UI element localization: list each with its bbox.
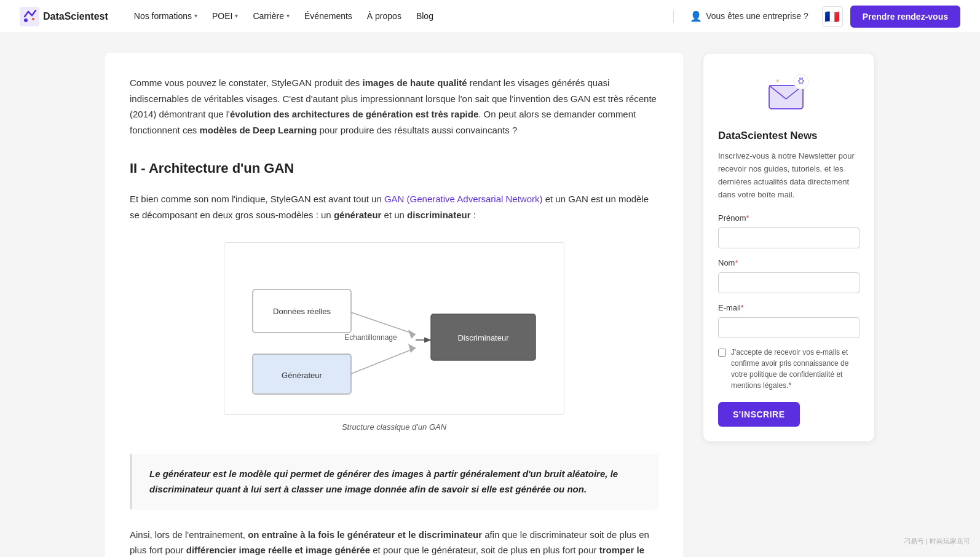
email-input[interactable]: [718, 317, 859, 338]
body-paragraph-2: Ainsi, lors de l'entrainement, on entraî…: [130, 527, 658, 557]
gan-link[interactable]: GAN (Generative Adversarial Network): [384, 194, 543, 204]
watermark: 刁易号 | 时尚玩家岳可: [904, 536, 970, 547]
section-heading: II - Architecture d'un GAN: [130, 157, 658, 179]
gan-diagram-container: Données réelles Générateur Discriminateu…: [130, 242, 658, 434]
enterprise-icon: 👤: [690, 9, 702, 25]
svg-text:Données réelles: Données réelles: [273, 307, 331, 316]
navbar: DataScientest Nos formations ▾ POEI ▾ Ca…: [0, 0, 980, 33]
body1-bold-discriminateur: discriminateur: [407, 210, 470, 220]
prenom-required: *: [746, 213, 749, 223]
nav-item-apropos[interactable]: À propos: [361, 6, 408, 26]
nav-carriere-label: Carrière: [253, 9, 284, 23]
body2-text-3: et pour que le générateur, soit de plus …: [370, 545, 599, 555]
page-wrapper: Comme vous pouvez le constater, StyleGAN…: [90, 33, 890, 557]
email-required: *: [741, 303, 744, 312]
svg-marker-10: [408, 330, 416, 339]
svg-point-1: [24, 18, 28, 22]
enterprise-button[interactable]: 👤 Vous êtes une entreprise ?: [684, 5, 815, 28]
svg-line-9: [351, 312, 416, 334]
nav-links: Nos formations ▾ POEI ▾ Carrière ▾ Événe…: [128, 6, 663, 26]
newsletter-card: DataScientest News Inscrivez-vous à notr…: [703, 53, 875, 442]
nav-formations-label: Nos formations: [134, 9, 192, 23]
intro-text-1: Comme vous pouvez le constater, StyleGAN…: [130, 77, 363, 88]
prenom-label: Prénom*: [718, 212, 859, 225]
submit-button[interactable]: S'INSCRIRE: [718, 402, 800, 427]
blockquote: Le générateur est le modèle qui permet d…: [130, 454, 658, 510]
checkbox-label[interactable]: J'accepte de recevoir vos e-mails et con…: [731, 347, 859, 391]
chevron-down-icon: ▾: [194, 11, 197, 21]
body2-bold-2: différencier image réelle et image génér…: [186, 545, 370, 555]
diagram-svg-wrapper: Données réelles Générateur Discriminateu…: [224, 242, 564, 415]
svg-line-11: [351, 348, 416, 374]
checkbox-group: J'accepte de recevoir vos e-mails et con…: [718, 347, 859, 391]
body-paragraph-1: Et bien comme son nom l'indique, StyleGA…: [130, 191, 658, 223]
body2-text-1: Ainsi, lors de l'entrainement,: [130, 529, 248, 540]
newsletter-card-header: [718, 68, 859, 117]
cta-button[interactable]: Prendre rendez-vous: [850, 6, 960, 28]
blockquote-text: Le générateur est le modèle qui permet d…: [149, 468, 618, 495]
nav-item-formations[interactable]: Nos formations ▾: [128, 6, 204, 26]
nav-poei-label: POEI: [212, 9, 232, 23]
nav-right: 👤 Vous êtes une entreprise ? 🇫🇷 Prendre …: [684, 5, 960, 28]
body1-text-1: Et bien comme son nom l'indique, StyleGA…: [130, 194, 384, 204]
nav-item-evenements[interactable]: Événements: [298, 6, 358, 26]
body1-text-3: et un: [381, 210, 407, 220]
logo-icon: [20, 7, 39, 26]
checkbox-required: *: [788, 381, 791, 390]
sidebar: DataScientest News Inscrivez-vous à notr…: [703, 53, 875, 557]
email-group: E-mail*: [718, 302, 859, 338]
nav-divider: [673, 10, 674, 23]
gan-diagram-svg: Données réelles Générateur Discriminateu…: [234, 253, 554, 400]
logo-text: DataScientest: [43, 9, 108, 25]
svg-text:Echantillonnage: Echantillonnage: [344, 333, 397, 342]
svg-text:Générateur: Générateur: [282, 371, 322, 380]
newsletter-card-desc: Inscrivez-vous à notre Newsletter pour r…: [718, 150, 859, 201]
intro-bold-evolution: évolution des architectures de génératio…: [230, 109, 478, 119]
nom-group: Nom*: [718, 257, 859, 293]
flag-button[interactable]: 🇫🇷: [822, 6, 843, 27]
prenom-group: Prénom*: [718, 212, 859, 248]
newsletter-icon: [764, 68, 813, 117]
enterprise-label: Vous êtes une entreprise ?: [706, 9, 808, 23]
nav-item-poei[interactable]: POEI ▾: [206, 6, 244, 26]
nav-item-blog[interactable]: Blog: [410, 6, 440, 26]
nom-input[interactable]: [718, 272, 859, 293]
intro-paragraph: Comme vous pouvez le constater, StyleGAN…: [130, 75, 658, 138]
body1-bold-generateur: générateur: [334, 210, 382, 220]
chevron-down-icon: ▾: [235, 11, 238, 21]
diagram-caption: Structure classique d'un GAN: [342, 421, 446, 434]
svg-text:Discriminateur: Discriminateur: [457, 333, 509, 342]
body1-text-4: :: [470, 210, 475, 220]
logo[interactable]: DataScientest: [20, 7, 108, 26]
intro-bold-models: modèles de Deep Learning: [199, 125, 317, 135]
prenom-input[interactable]: [718, 227, 859, 248]
nav-blog-label: Blog: [416, 9, 433, 23]
svg-point-2: [32, 18, 34, 20]
body2-bold-1: on entraîne à la fois le générateur et l…: [248, 529, 482, 540]
newsletter-form: Prénom* Nom* E-mail*: [718, 212, 859, 426]
nav-item-carriere[interactable]: Carrière ▾: [247, 6, 296, 26]
nav-apropos-label: À propos: [367, 9, 401, 23]
nom-required: *: [735, 258, 738, 267]
main-content: Comme vous pouvez le constater, StyleGAN…: [105, 53, 683, 557]
intro-text-4: pour produire des résultats aussi convai…: [317, 125, 517, 135]
svg-rect-0: [20, 7, 39, 26]
nav-evenements-label: Événements: [304, 9, 352, 23]
svg-marker-22: [776, 79, 780, 83]
newsletter-card-title: DataScientest News: [718, 127, 859, 144]
nom-label: Nom*: [718, 257, 859, 270]
email-label: E-mail*: [718, 302, 859, 315]
svg-marker-12: [408, 344, 416, 353]
svg-point-21: [800, 80, 803, 83]
intro-bold-images: images de haute qualité: [363, 77, 467, 88]
chevron-down-icon: ▾: [286, 11, 290, 21]
consent-checkbox[interactable]: [718, 349, 726, 357]
